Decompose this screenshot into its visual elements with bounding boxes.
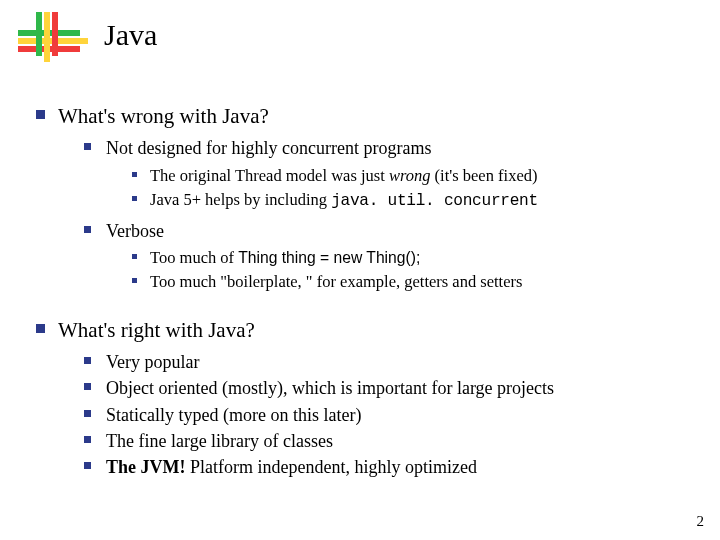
bullet-oo: Object oriented (mostly), which is impor… (84, 376, 690, 400)
bullet-text: Statically typed (more on this later) (106, 405, 361, 425)
bullet-text: Object oriented (mostly), which is impor… (106, 378, 554, 398)
text-emphasis: wrong (389, 166, 435, 185)
text-part: Too much of (150, 248, 238, 267)
bullet-icon (84, 143, 91, 150)
bullet-text: What's right with Java? (58, 318, 255, 342)
bullet-thing: Too much of Thing thing = new Thing(); (132, 247, 690, 269)
bullet-icon (132, 196, 137, 201)
bullet-icon (84, 436, 91, 443)
text-part: Java 5+ helps by including (150, 190, 331, 209)
text-bold: The JVM! (106, 457, 190, 477)
text-code: java. util. concurrent (331, 192, 538, 210)
bullet-popular: Very popular (84, 350, 690, 374)
bullet-icon (132, 254, 137, 259)
slide-title: Java (104, 18, 157, 52)
bullet-wrong: What's wrong with Java? Not designed for… (36, 102, 690, 294)
bullet-icon (36, 110, 45, 119)
bullet-verbose: Verbose Too much of Thing thing = new Th… (84, 219, 690, 294)
bullet-text: Not designed for highly concurrent progr… (106, 138, 431, 158)
bullet-text: Too much "boilerplate, " for example, ge… (150, 272, 522, 291)
bullet-icon (36, 324, 45, 333)
bullet-text: The fine large library of classes (106, 431, 333, 451)
page-number: 2 (697, 513, 705, 530)
logo-icon (18, 12, 88, 62)
slide: { "title": "Java", "page_number": "2", "… (0, 0, 720, 540)
bullet-icon (84, 410, 91, 417)
text-part: (it's been fixed) (435, 166, 538, 185)
bullet-boilerplate: Too much "boilerplate, " for example, ge… (132, 271, 690, 293)
bullet-thread-model: The original Thread model was just wrong… (132, 165, 690, 187)
bullet-icon (84, 226, 91, 233)
svg-rect-5 (52, 12, 58, 56)
bullet-text: What's wrong with Java? (58, 104, 269, 128)
bullet-icon (132, 278, 137, 283)
bullet-icon (132, 172, 137, 177)
svg-rect-3 (36, 12, 42, 56)
slide-body: What's wrong with Java? Not designed for… (36, 100, 690, 485)
bullet-right: What's right with Java? Very popular Obj… (36, 316, 690, 480)
bullet-jvm: The JVM! Platform independent, highly op… (84, 455, 690, 479)
text-part: The original Thread model was just (150, 166, 389, 185)
bullet-icon (84, 357, 91, 364)
bullet-icon (84, 462, 91, 469)
bullet-static: Statically typed (more on this later) (84, 403, 690, 427)
bullet-concurrent: Not designed for highly concurrent progr… (84, 136, 690, 212)
text-part: Platform independent, highly optimized (190, 457, 477, 477)
bullet-text: Very popular (106, 352, 199, 372)
text-code: Thing thing = new Thing(); (238, 249, 420, 266)
bullet-library: The fine large library of classes (84, 429, 690, 453)
bullet-icon (84, 383, 91, 390)
svg-rect-4 (44, 12, 50, 62)
bullet-text: Verbose (106, 221, 164, 241)
bullet-java5: Java 5+ helps by including java. util. c… (132, 189, 690, 213)
